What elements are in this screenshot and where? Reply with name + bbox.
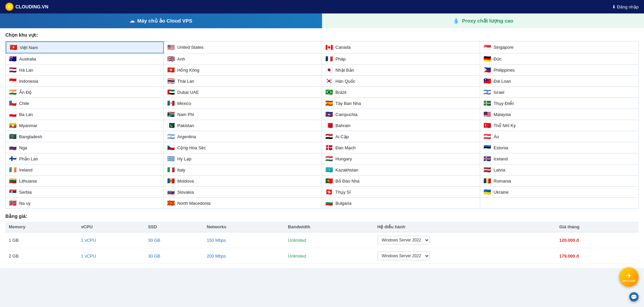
flag-icon: 🇳🇱: [9, 67, 16, 73]
country-cell[interactable]: 🇲🇩Moldova: [164, 176, 322, 187]
country-cell[interactable]: 🇷🇸Serbia: [6, 187, 164, 198]
country-cell[interactable]: 🇱🇹Lithuania: [6, 176, 164, 187]
country-cell[interactable]: 🇮🇪Ireland: [6, 164, 164, 176]
country-cell[interactable]: 🇨🇿Cộng Hòa Séc: [164, 142, 322, 153]
networks-cell: 200 Mbps: [203, 248, 285, 264]
country-name: Bahrain: [335, 123, 351, 128]
os-select-cell[interactable]: Windows Server 2022: [374, 232, 556, 248]
country-cell[interactable]: 🇪🇪Estonia: [480, 142, 638, 153]
flag-icon: 🇱🇻: [484, 167, 491, 173]
country-cell[interactable]: 🇺🇦Ukraine: [480, 187, 638, 198]
country-cell[interactable]: 🇮🇸Iceland: [480, 153, 638, 164]
flag-icon: 🇮🇸: [484, 156, 491, 162]
country-cell[interactable]: 🇿🇦Nam Phi: [164, 109, 322, 120]
country-cell[interactable]: 🇲🇰North Macedonia: [164, 198, 322, 209]
networks-cell: 150 Mbps: [203, 232, 285, 248]
country-name: Ireland: [19, 167, 33, 172]
country-cell[interactable]: 🇧🇷Brazil: [322, 87, 480, 98]
flag-icon: 🇮🇳: [9, 89, 16, 95]
country-cell[interactable]: 🇲🇽Mexico: [164, 98, 322, 109]
flag-icon: 🇪🇸: [325, 100, 333, 106]
country-cell[interactable]: 🇧🇭Bahrain: [322, 120, 480, 131]
country-cell[interactable]: 🇹🇼Đài Loan: [480, 76, 638, 87]
country-cell[interactable]: 🇯🇵Nhật Bản: [322, 65, 480, 76]
country-cell[interactable]: 🇱🇻Latvia: [480, 164, 638, 176]
flag-icon: 🇧🇩: [9, 133, 16, 140]
country-cell[interactable]: 🇰🇷Hàn Quốc: [322, 76, 480, 87]
country-cell[interactable]: 🇸🇪Thụy Điển: [480, 98, 638, 109]
country-cell[interactable]: 🇲🇾Malaysia: [480, 109, 638, 120]
country-cell[interactable]: 🇷🇺Nga: [6, 142, 164, 153]
country-cell[interactable]: 🇵🇱Ba Lan: [6, 109, 164, 120]
flag-icon: 🇷🇴: [484, 178, 491, 184]
country-cell[interactable]: 🇩🇪Đức: [480, 53, 638, 65]
country-cell[interactable]: 🇪🇸Tây Ban Nha: [322, 98, 480, 109]
country-cell[interactable]: 🇰🇿Kazakhstan: [322, 164, 480, 176]
country-cell[interactable]: 🇺🇸United States: [164, 41, 322, 53]
country-cell[interactable]: 🇬🇷Hy Lạp: [164, 153, 322, 164]
country-cell[interactable]: 🇮🇱Israel: [480, 87, 638, 98]
country-name: Đài Loan: [494, 79, 511, 84]
logo-icon: C: [5, 3, 13, 11]
country-cell[interactable]: 🇦🇷Argentina: [164, 131, 322, 142]
country-cell[interactable]: 🇸🇰Slovakia: [164, 187, 322, 198]
col-bandwidth: Bandwidth: [285, 222, 374, 232]
country-cell[interactable]: 🇭🇰Hồng Kông: [164, 65, 322, 76]
country-cell[interactable]: 🇻🇳Việt Nam: [6, 41, 164, 53]
country-cell[interactable]: 🇸🇬Singapore: [480, 41, 638, 53]
download-icon: ⬇: [612, 4, 616, 9]
flag-icon: 🇩🇪: [484, 56, 491, 62]
country-cell[interactable]: 🇩🇰Đan Mạch: [322, 142, 480, 153]
flag-icon: 🇺🇦: [484, 189, 491, 195]
os-select-cell[interactable]: Windows Server 2022: [374, 248, 556, 264]
flag-icon: 🇱🇹: [9, 178, 16, 184]
country-cell[interactable]: 🇭🇺Hungary: [322, 153, 480, 164]
country-cell[interactable]: 🇮🇳Ấn Độ: [6, 87, 164, 98]
country-name: Serbia: [19, 190, 32, 195]
country-cell[interactable]: 🇪🇬Ai Cập: [322, 131, 480, 142]
country-name: Ukraine: [494, 190, 509, 195]
country-cell[interactable]: 🇹🇭Thái Lan: [164, 76, 322, 87]
flag-icon: 🇧🇭: [325, 122, 333, 128]
logo-area: C CLOUDING.VN: [5, 3, 48, 11]
country-cell[interactable]: 🇵🇹Bồ Đào Nha: [322, 176, 480, 187]
country-name: Campuchia: [335, 112, 358, 117]
flag-icon: 🇯🇵: [325, 67, 333, 73]
country-cell[interactable]: 🇳🇱Hà Lan: [6, 65, 164, 76]
country-cell[interactable]: 🇵🇰Pakistan: [164, 120, 322, 131]
price-cell: 120.000 đ: [556, 232, 639, 248]
country-cell[interactable]: 🇵🇭Philippines: [480, 65, 638, 76]
country-cell[interactable]: 🇮🇹Italy: [164, 164, 322, 176]
country-cell[interactable]: 🇰🇭Campuchia: [322, 109, 480, 120]
country-name: Hy Lạp: [177, 156, 191, 161]
login-button[interactable]: ⬇ Đăng nhập: [612, 4, 639, 9]
country-cell[interactable]: 🇫🇷Pháp: [322, 53, 480, 65]
country-cell[interactable]: 🇧🇬Bulgaria: [322, 198, 480, 209]
country-cell[interactable]: 🇷🇴Romania: [480, 176, 638, 187]
flag-icon: 🇿🇦: [167, 111, 175, 117]
flag-icon: 🇰🇿: [325, 167, 333, 173]
country-name: Thụy Điển: [494, 101, 514, 106]
flag-icon: 🇳🇴: [9, 200, 16, 206]
country-cell[interactable]: 🇧🇩Bangladesh: [6, 131, 164, 142]
country-cell[interactable]: 🇫🇮Phần Lan: [6, 153, 164, 164]
country-cell[interactable]: 🇨🇭Thụy Sĩ: [322, 187, 480, 198]
country-cell[interactable]: 🇦🇪Dubai UAE: [164, 87, 322, 98]
country-name: Nhật Bản: [335, 68, 354, 73]
country-name: Latvia: [494, 167, 505, 172]
tab-cloud[interactable]: ☁ Máy chủ ảo Cloud VPS: [0, 13, 322, 28]
country-cell[interactable]: 🇦🇺Australia: [6, 53, 164, 65]
country-cell[interactable]: 🇳🇴Na uy: [6, 198, 164, 209]
country-cell[interactable]: 🇬🇧Anh: [164, 53, 322, 65]
country-cell[interactable]: 🇲🇲Myanmar: [6, 120, 164, 131]
country-cell[interactable]: 🇮🇩Indonesia: [6, 76, 164, 87]
os-select[interactable]: Windows Server 2022: [377, 252, 430, 260]
country-cell[interactable]: 🇨🇦Canada: [322, 41, 480, 53]
os-select[interactable]: Windows Server 2022: [377, 236, 430, 244]
flag-icon: 🇨🇱: [9, 100, 16, 106]
country-cell[interactable]: 🇹🇷Thổ Nhĩ Kỳ: [480, 120, 638, 131]
country-cell[interactable]: 🇨🇱Chile: [6, 98, 164, 109]
country-cell[interactable]: 🇦🇹Áo: [480, 131, 638, 142]
country-name: Anh: [177, 56, 185, 62]
tab-proxy[interactable]: 💧 Proxy chất lượng cao: [322, 13, 644, 28]
